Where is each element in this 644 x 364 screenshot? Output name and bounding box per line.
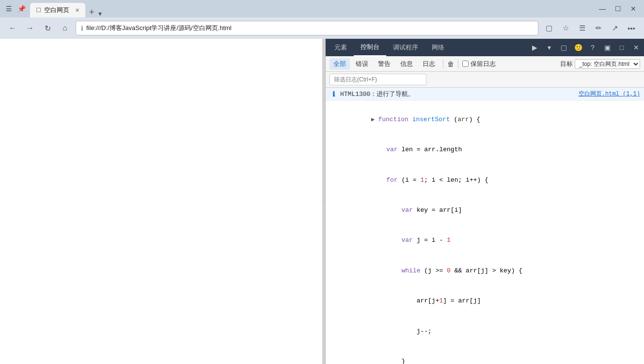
console-info-text: HTML1300：进行了导航。 <box>340 90 579 98</box>
address-text: file:///D:/博客JavaScript学习讲座/源码/空白网页.html <box>86 24 533 32</box>
filter-all-button[interactable]: 全部 <box>330 58 350 70</box>
console-output: ℹ HTML1300：进行了导航。 空白网页.html (1,1) ▶ func… <box>326 88 644 364</box>
minimize-devtools-icon[interactable]: □ <box>616 42 628 53</box>
devtools-undock-icon[interactable]: ▢ <box>558 42 569 53</box>
titlebar-left-icons: ☰ 📌 <box>4 4 26 14</box>
filter-info-button[interactable]: 信息 <box>396 58 417 70</box>
help-icon[interactable]: ? <box>587 42 598 53</box>
filter-warning-button[interactable]: 警告 <box>374 58 394 70</box>
menu-icon[interactable]: ☰ <box>4 4 14 14</box>
devtools-tab-network[interactable]: 网络 <box>425 39 451 56</box>
console-link[interactable]: 空白网页.html (1,1) <box>579 91 640 97</box>
address-info-icon: ℹ <box>81 25 83 32</box>
devtools-tabs: 元素 控制台 调试程序 网络 ▶ ▾ ▢ 🙂 ? ▣ □ ✕ <box>326 39 644 56</box>
info-icon: ℹ <box>330 90 337 98</box>
devtools-tab-console[interactable]: 控制台 <box>354 39 386 56</box>
favorites-button[interactable]: ☆ <box>559 21 572 35</box>
tab-area: ☐ 空白网页 ✕ + ▾ <box>30 0 592 17</box>
share-button[interactable]: ↗ <box>608 21 622 35</box>
clear-console-icon[interactable]: 🗑 <box>447 60 454 68</box>
toolbar-separator <box>443 59 443 69</box>
console-info-location: 空白网页.html (1,1) <box>579 90 640 98</box>
preserve-log-text: 保留日志 <box>471 60 496 68</box>
preserve-log-label: 保留日志 <box>462 60 496 68</box>
filter-error-button[interactable]: 错误 <box>352 58 372 70</box>
devtools-panel: 元素 控制台 调试程序 网络 ▶ ▾ ▢ 🙂 ? ▣ □ ✕ 全部 错误 警告 … <box>325 39 644 364</box>
titlebar: ☰ 📌 ☐ 空白网页 ✕ + ▾ — ☐ ✕ <box>0 0 644 17</box>
code-line-9: } <box>333 347 636 364</box>
devtools-tab-debugger[interactable]: 调试程序 <box>386 39 425 56</box>
reading-view-button[interactable]: ▢ <box>542 21 556 35</box>
addressbar-actions: ▢ ☆ ☰ ✏ ↗ ••• <box>542 21 638 35</box>
code-line-6: while (j >= 0 && arr[j] > key) { <box>333 256 636 286</box>
code-line-4: var key = arr[i] <box>333 195 636 225</box>
toolbar-separator-2 <box>458 59 458 69</box>
more-button[interactable]: ••• <box>625 21 638 35</box>
filter-log-button[interactable]: 日志 <box>419 58 439 70</box>
code-line-8: j--; <box>333 317 636 347</box>
code-line-1: ▶ function insertSort (arr) { <box>333 105 636 135</box>
devtools-tab-actions: ▶ ▾ ▢ 🙂 ? ▣ □ ✕ <box>529 42 642 53</box>
notes-button[interactable]: ✏ <box>592 21 605 35</box>
target-label: 目标 <box>560 60 573 68</box>
code-line-5: var j = i - 1 <box>333 226 636 256</box>
code-line-2: var len = arr.length <box>333 135 636 165</box>
refresh-button[interactable]: ↻ <box>41 21 54 35</box>
screen-icon[interactable]: ▣ <box>601 42 613 53</box>
devtools-tab-elements[interactable]: 元素 <box>328 39 354 56</box>
tab-icon: ☐ <box>36 7 41 14</box>
left-panel <box>0 39 322 364</box>
tab-dropdown-button[interactable]: ▾ <box>98 10 102 17</box>
tab-label: 空白网页 <box>44 6 69 15</box>
main-layout: ⋮ 元素 控制台 调试程序 网络 ▶ ▾ ▢ 🙂 ? ▣ □ ✕ 全部 错误 警… <box>0 39 644 364</box>
new-tab-button[interactable]: + <box>85 7 98 17</box>
forward-button[interactable]: → <box>23 21 37 35</box>
addressbar: ← → ↻ ⌂ ℹ file:///D:/博客JavaScript学习讲座/源码… <box>0 17 644 39</box>
back-button[interactable]: ← <box>6 21 19 35</box>
window-controls: — ☐ ✕ <box>596 4 640 14</box>
minimize-button[interactable]: — <box>596 4 609 14</box>
filter-input[interactable] <box>330 74 426 85</box>
preserve-log-checkbox[interactable] <box>462 61 469 67</box>
close-devtools-icon[interactable]: ✕ <box>630 42 642 53</box>
tab-blank-page[interactable]: ☐ 空白网页 ✕ <box>30 3 85 17</box>
home-button[interactable]: ⌂ <box>58 21 72 35</box>
address-box[interactable]: ℹ file:///D:/博客JavaScript学习讲座/源码/空白网页.ht… <box>76 21 538 35</box>
console-info-message: ℹ HTML1300：进行了导航。 空白网页.html (1,1) <box>326 88 644 101</box>
tab-close-button[interactable]: ✕ <box>75 7 79 14</box>
close-button[interactable]: ✕ <box>627 4 640 14</box>
code-line-3: for (i = 1; i < len; i++) { <box>333 165 636 195</box>
maximize-button[interactable]: ☐ <box>611 4 625 14</box>
filter-bar <box>326 72 644 88</box>
code-line-7: arr[j+1] = arr[j] <box>333 286 636 316</box>
devtools-toolbar: 全部 错误 警告 信息 日志 🗑 保留日志 目标 _top: 空白网页.html <box>326 56 644 72</box>
hub-button[interactable]: ☰ <box>575 21 589 35</box>
emoji-icon[interactable]: 🙂 <box>572 42 584 53</box>
play-icon[interactable]: ▶ <box>529 42 540 53</box>
code-block: ▶ function insertSort (arr) { var len = … <box>326 101 644 364</box>
dropdown-more-icon[interactable]: ▾ <box>543 42 555 53</box>
pin-icon[interactable]: 📌 <box>16 4 26 14</box>
info-message-text: HTML1300：进行了导航。 <box>340 91 414 98</box>
target-select[interactable]: _top: 空白网页.html <box>575 59 640 69</box>
